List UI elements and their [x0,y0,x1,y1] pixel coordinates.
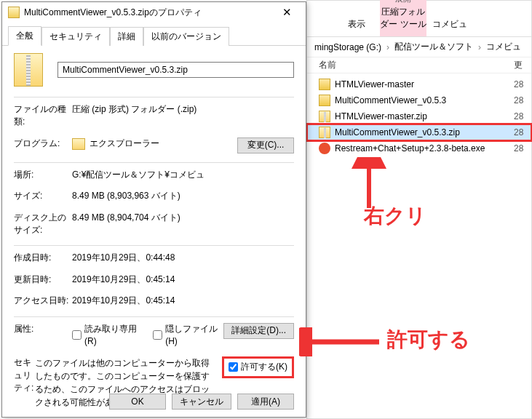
titlebar[interactable]: MultiCommentViewer_v0.5.3.zipのプロパティ ✕ [2,2,306,23]
zip-file-icon [8,7,20,18]
program-name: エクスプローラー [90,138,159,148]
filename-input[interactable] [57,62,294,78]
breadcrumb[interactable]: mingStorage (G:) › 配信ツール＆ソフト › コメビュ [307,37,531,57]
filetype-value: 圧縮 (zip 形式) フォルダー (.zip) [72,103,294,116]
file-name: MultiCommentViewer_v0.5.3.zip [335,127,514,137]
modified-label: 更新日時: [14,274,72,286]
disksize-value: 8.49 MB (8,904,704 バイト) [72,212,294,224]
exe-icon [319,143,330,154]
ribbon-tab-label: 圧縮フォルダー ツール [380,7,426,29]
annotation-arrow-rightclick [333,157,405,208]
hidden-checkbox[interactable]: 隠しファイル(H) [153,323,223,348]
ribbon-spacer [307,26,333,36]
breadcrumb-segment[interactable]: コメビュ [483,41,524,53]
location-label: 場所: [14,169,72,181]
close-button[interactable]: ✕ [271,2,303,23]
properties-dialog: MultiCommentViewer_v0.5.3.zipのプロパティ ✕ 全般… [1,1,306,418]
zip-icon [319,127,330,138]
folder-icon [319,79,330,90]
file-modified: 28 [514,95,531,105]
security-label: セキュリティ: [14,356,35,394]
file-item[interactable]: HTMLViewer-master.zip28 [307,108,531,124]
apply-button[interactable]: 適用(A) [237,394,294,410]
dialog-title: MultiCommentViewer_v0.5.3.zipのプロパティ [24,7,271,19]
folder-icon [319,95,330,106]
ribbon-tabs: 表示 展開 圧縮フォルダー ツール コメビュ [307,1,531,37]
general-panel: ファイルの種類: 圧縮 (zip 形式) フォルダー (.zip) プログラム:… [2,46,306,419]
created-label: 作成日時: [14,252,72,264]
allow-input[interactable] [229,362,238,372]
modified-value: 2019年10月29日、0:45:14 [72,274,294,286]
explorer-icon [72,138,85,150]
annotation-arrow-allow [299,327,379,356]
file-item[interactable]: HTMLViewer-master28 [307,76,531,92]
column-headers[interactable]: 名前 更 [307,57,531,73]
property-tabs: 全般 セキュリティ 詳細 以前のバージョン [2,23,306,46]
readonly-label: 読み取り専用(R) [84,323,143,348]
hidden-label: 隠しファイル(H) [165,323,223,348]
file-modified: 28 [514,111,531,121]
file-modified: 28 [514,127,531,137]
annotation-allow-text: 許可する [387,326,470,354]
tab-details[interactable]: 詳細 [110,27,143,46]
program-value: エクスプローラー [72,137,237,150]
column-modified[interactable]: 更 [514,59,531,71]
ribbon-tab-compressed-tools[interactable]: 展開 圧縮フォルダー ツール [380,0,426,36]
breadcrumb-segment[interactable]: 配信ツール＆ソフト [392,41,476,53]
file-list: HTMLViewer-master28MultiCommentViewer_v0… [307,73,531,159]
zip-icon [319,111,330,122]
allow-label: 許可する(K) [241,361,287,373]
size-value: 8.49 MB (8,903,963 バイト) [72,190,294,202]
tab-security[interactable]: セキュリティ [41,27,110,46]
accessed-label: アクセス日時: [14,295,72,307]
cancel-button[interactable]: キャンセル [172,394,231,410]
file-name: Restream+Chat+Setup+2.3.8-beta.exe [335,143,514,153]
breadcrumb-segment[interactable]: mingStorage (G:) [311,42,384,52]
file-name: HTMLViewer-master [335,79,514,89]
ok-button[interactable]: OK [109,394,166,410]
chevron-right-icon: › [384,42,392,52]
tab-previous-versions[interactable]: 以前のバージョン [143,27,229,46]
zip-icon [14,53,43,87]
file-item[interactable]: MultiCommentViewer_v0.5.3.zip28 [307,124,531,140]
file-modified: 28 [514,143,531,153]
size-label: サイズ: [14,190,72,202]
ribbon-tool-group-label: 展開 [380,0,426,4]
created-value: 2019年10月29日、0:44:48 [72,252,294,264]
allow-checkbox-highlight[interactable]: 許可する(K) [222,356,294,378]
accessed-value: 2019年10月29日、0:45:14 [72,295,294,307]
disksize-label: ディスク上のサイズ: [14,212,72,237]
file-name: MultiCommentViewer_v0.5.3 [335,95,514,105]
filetype-label: ファイルの種類: [14,103,72,129]
program-label: プログラム: [14,137,72,150]
ribbon-tab-display[interactable]: 表示 [333,14,380,36]
dialog-buttons: OK キャンセル 適用(A) [109,394,294,410]
hidden-input[interactable] [153,330,162,340]
file-modified: 28 [514,79,531,89]
advanced-button[interactable]: 詳細設定(D)... [223,323,294,339]
file-item[interactable]: MultiCommentViewer_v0.5.328 [307,92,531,108]
readonly-input[interactable] [72,330,82,340]
column-name[interactable]: 名前 [319,59,514,71]
ribbon-tab-komebi[interactable]: コメビュ [426,14,473,36]
file-name: HTMLViewer-master.zip [335,111,514,121]
attributes-label: 属性: [14,323,72,335]
chevron-right-icon: › [476,42,483,52]
tab-general[interactable]: 全般 [8,26,41,46]
annotation-rightclick-text: 右クリ [364,202,426,230]
change-program-button[interactable]: 変更(C)... [237,137,294,153]
file-item[interactable]: Restream+Chat+Setup+2.3.8-beta.exe28 [307,140,531,156]
location-value: G:¥配信ツール＆ソフト¥コメビュ [72,169,294,181]
readonly-checkbox[interactable]: 読み取り専用(R) [72,323,143,348]
